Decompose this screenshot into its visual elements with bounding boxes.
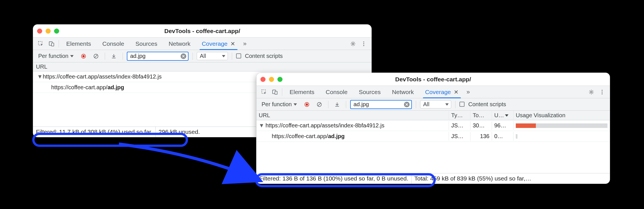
- tab-network[interactable]: Network: [164, 38, 196, 50]
- chevron-down-icon: [222, 55, 225, 57]
- content-scripts-toggle[interactable]: Content scripts: [459, 101, 506, 108]
- expand-caret-icon[interactable]: ▼: [259, 122, 264, 129]
- inspect-icon[interactable]: [36, 39, 46, 49]
- expand-caret-icon[interactable]: ▼: [37, 73, 43, 80]
- tab-network[interactable]: Network: [387, 86, 419, 98]
- url-filter-input[interactable]: ad.jpg ✕: [350, 100, 412, 109]
- tab-label: Elements: [290, 89, 314, 95]
- row-viz: [514, 133, 610, 140]
- row-type: JS…: [449, 132, 470, 141]
- svg-point-6: [363, 45, 364, 46]
- zoom-window-button[interactable]: [54, 29, 59, 34]
- clear-button[interactable]: [91, 51, 101, 61]
- content-scripts-label: Content scripts: [245, 53, 283, 59]
- divider: [105, 53, 105, 60]
- url-filter-value: ad.jpg: [354, 101, 402, 108]
- minimize-window-button[interactable]: [269, 77, 274, 82]
- col-total[interactable]: To…: [470, 111, 492, 120]
- col-unused[interactable]: U…: [492, 111, 514, 120]
- more-tabs-icon[interactable]: »: [241, 40, 248, 47]
- url-filter-input[interactable]: ad.jpg ✕: [127, 52, 189, 61]
- annotation-arrow: [113, 138, 272, 189]
- table-row[interactable]: https://coffee-cart.app/ad.jpg JS… 136 0…: [256, 131, 610, 142]
- type-filter-select[interactable]: All: [197, 52, 228, 60]
- col-type[interactable]: Ty…: [449, 111, 470, 120]
- row-unused: 96…: [492, 121, 514, 130]
- svg-line-21: [318, 103, 321, 106]
- type-filter-label: All: [423, 101, 429, 108]
- clear-filter-icon[interactable]: ✕: [181, 53, 186, 59]
- export-button[interactable]: [109, 51, 119, 61]
- svg-rect-2: [52, 43, 54, 46]
- device-toggle-icon[interactable]: [47, 39, 56, 49]
- sort-desc-icon: [505, 114, 508, 117]
- devtools-window-after: DevTools - coffee-cart.app/ Elements Con…: [256, 73, 610, 184]
- svg-point-19: [306, 103, 308, 105]
- row-total: 30…: [470, 121, 492, 130]
- table-row[interactable]: ▼ https://coffee-cart.app/assets/index-8…: [256, 120, 610, 131]
- table-header: URL Ty… To… U… Usage Visualization: [256, 111, 610, 120]
- checkbox-icon: [236, 53, 241, 58]
- more-tabs-icon[interactable]: »: [465, 88, 472, 96]
- tab-label: Coverage: [425, 89, 451, 95]
- chevron-down-icon: [445, 103, 449, 106]
- type-filter-label: All: [200, 53, 206, 59]
- tab-coverage[interactable]: Coverage ✕: [420, 86, 464, 98]
- svg-point-4: [363, 41, 364, 42]
- url-column-header[interactable]: URL: [33, 62, 371, 71]
- divider: [59, 40, 59, 47]
- tab-sources[interactable]: Sources: [130, 38, 162, 50]
- tab-elements[interactable]: Elements: [61, 38, 96, 50]
- status-filtered: Filtered: 11.7 kB of 308 kB (4%) used so…: [33, 127, 156, 137]
- record-button[interactable]: [79, 51, 88, 61]
- svg-point-3: [352, 43, 354, 45]
- tab-elements[interactable]: Elements: [284, 86, 320, 98]
- clear-filter-icon[interactable]: ✕: [404, 102, 410, 107]
- close-window-button[interactable]: [260, 77, 266, 82]
- export-button[interactable]: [332, 100, 342, 109]
- row-total: 136: [470, 132, 492, 141]
- tab-label: Console: [102, 40, 124, 47]
- coverage-toolbar: Per function ad.jpg ✕ All: [256, 98, 610, 111]
- settings-gear-icon[interactable]: [348, 39, 358, 49]
- inspect-icon[interactable]: [259, 87, 269, 97]
- row-type: JS…: [449, 121, 470, 130]
- col-viz[interactable]: Usage Visualization: [514, 111, 610, 120]
- tab-sources[interactable]: Sources: [354, 86, 386, 98]
- settings-gear-icon[interactable]: [587, 87, 596, 97]
- minimize-window-button[interactable]: [46, 29, 51, 34]
- kebab-menu-icon[interactable]: [597, 87, 607, 97]
- row-url: https://coffee-cart.app/assets/index-8bf…: [43, 73, 162, 80]
- type-filter-select[interactable]: All: [420, 100, 451, 108]
- tab-console[interactable]: Console: [97, 38, 129, 50]
- svg-point-16: [602, 92, 602, 92]
- divider: [232, 53, 232, 60]
- tab-console[interactable]: Console: [321, 86, 353, 98]
- window-title: DevTools - coffee-cart.app/: [283, 76, 584, 83]
- device-toggle-icon[interactable]: [270, 87, 280, 97]
- row-url: https://coffee-cart.app/ad.jpg: [51, 84, 124, 91]
- status-total: Total: 459 kB of 839 kB (55%) used so fa…: [412, 173, 610, 184]
- tab-label: Network: [169, 40, 191, 47]
- tab-coverage[interactable]: Coverage ✕: [197, 38, 240, 50]
- tab-label: Elements: [66, 40, 91, 47]
- close-tab-icon[interactable]: ✕: [230, 40, 235, 47]
- zoom-window-button[interactable]: [277, 77, 283, 82]
- panel-tabs: Elements Console Sources Network Coverag…: [256, 86, 610, 98]
- content-scripts-label: Content scripts: [468, 101, 506, 107]
- record-button[interactable]: [302, 100, 312, 109]
- svg-point-14: [590, 91, 592, 93]
- close-window-button[interactable]: [37, 29, 42, 34]
- granularity-select[interactable]: Per function: [36, 52, 76, 60]
- tab-label: Console: [326, 89, 348, 95]
- close-tab-icon[interactable]: ✕: [454, 89, 459, 95]
- clear-button[interactable]: [314, 100, 324, 109]
- content-scripts-toggle[interactable]: Content scripts: [236, 53, 283, 59]
- divider: [416, 101, 416, 108]
- url-filter-value: ad.jpg: [130, 53, 178, 59]
- granularity-select[interactable]: Per function: [259, 101, 299, 108]
- titlebar: DevTools - coffee-cart.app/: [256, 73, 610, 86]
- divider: [192, 53, 193, 60]
- col-url[interactable]: URL: [256, 111, 449, 120]
- kebab-menu-icon[interactable]: [359, 39, 369, 49]
